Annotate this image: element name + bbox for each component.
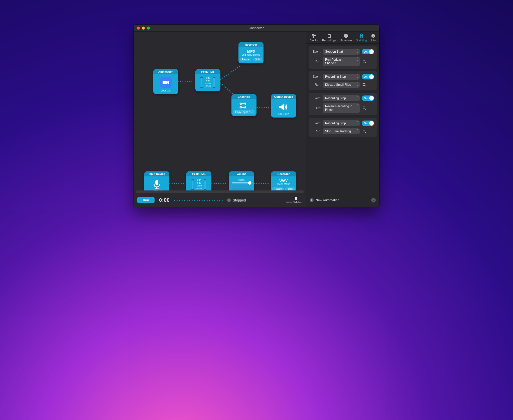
automation-list: Event:Session Start⌃⌄OnRun:Run Podcast S… [306, 44, 379, 193]
chevron-updown-icon: ⌃⌄ [356, 96, 358, 99]
toggle-knob [369, 74, 374, 79]
automation-toggle[interactable]: On [362, 121, 374, 126]
run-select[interactable]: Discard Small Files⌃⌄ [323, 82, 360, 88]
horizontal-scrollbar[interactable] [136, 190, 304, 193]
node-label: zoom.us [155, 89, 177, 92]
run-select[interactable]: Run Podcast Shortcut⌃⌄ [323, 57, 360, 66]
svg-rect-10 [313, 36, 314, 38]
zoom-icon[interactable] [147, 27, 150, 30]
pause-button[interactable]: Pause [240, 58, 251, 61]
node-canvas[interactable]: Application zoom.us Peak/RMS [134, 32, 306, 190]
scale-label: -9dB [205, 79, 211, 82]
scale-label: -36dB [196, 187, 202, 190]
event-label: Event: [311, 122, 323, 125]
preview-button[interactable] [362, 129, 367, 134]
sidebar-tabs: Blocks Recordings Schedule Scripting Inf… [306, 32, 379, 44]
tab-label: Schedule [340, 39, 352, 42]
level-bar [232, 188, 251, 190]
toggle-label: On [364, 97, 367, 100]
run-select[interactable]: Stop Time Tracking⌃⌄ [323, 128, 360, 134]
connector [257, 107, 269, 108]
node-recorder-wav[interactable]: Recorder WAV 16-bit Mono Pause Split [271, 171, 296, 190]
window-controls [137, 27, 150, 30]
event-select[interactable]: Recording Stop⌃⌄ [323, 95, 360, 101]
node-peak-rms-1[interactable]: Peak/RMS -3dB -9dB -18dB -36dB [195, 69, 220, 91]
app-window: Connected [134, 25, 379, 207]
svg-rect-17 [373, 36, 373, 37]
split-button[interactable]: Split [253, 58, 262, 61]
automation-toggle[interactable]: On [362, 74, 374, 79]
svg-rect-7 [295, 197, 297, 200]
hide-sidebar-button[interactable]: Hide Sidebar [286, 197, 302, 204]
scale-label: -18dB [205, 82, 211, 85]
sidebar-footer: + New Automation – [306, 193, 379, 207]
minimize-icon[interactable] [142, 27, 145, 30]
scale-label: -3dB [205, 77, 211, 79]
split-button[interactable]: Split [285, 187, 295, 190]
svg-rect-4 [156, 187, 157, 188]
chevron-updown-icon: ⌃⌄ [356, 57, 358, 61]
pause-button[interactable]: Pause [272, 187, 284, 190]
magnifier-icon [362, 83, 366, 86]
tab-schedule[interactable]: Schedule [340, 34, 352, 42]
automation-card: Event:Session Start⌃⌄OnRun:Run Podcast S… [309, 46, 377, 69]
chevron-updown-icon: ⌃⌄ [356, 74, 358, 78]
speaker-icon [278, 102, 289, 112]
node-input-device[interactable]: Input Device USBPre2 [144, 171, 169, 190]
run-select[interactable]: Reveal Recording in Finder⌃⌄ [323, 103, 360, 113]
sidebar: Blocks Recordings Schedule Scripting Inf… [306, 32, 379, 207]
toggle-knob [369, 49, 374, 54]
automation-toggle[interactable]: On [362, 49, 374, 54]
channel-mode-select[interactable]: Copy Right ⌃⌄ [233, 110, 255, 114]
event-select[interactable]: Session Start⌃⌄ [323, 49, 360, 55]
new-automation-button[interactable]: + New Automation [310, 198, 339, 202]
slider-thumb[interactable] [248, 181, 251, 185]
node-channels[interactable]: Channels Copy Right ⌃⌄ [231, 94, 256, 116]
tab-scripting[interactable]: Scripting [356, 34, 367, 42]
volume-slider[interactable] [232, 182, 251, 183]
scripting-icon [359, 34, 364, 38]
preview-button[interactable] [362, 82, 367, 87]
event-select[interactable]: Recording Stop⌃⌄ [323, 120, 360, 126]
node-header: Peak/RMS [186, 171, 211, 176]
svg-rect-5 [155, 188, 159, 189]
preview-button[interactable] [362, 106, 367, 111]
close-icon[interactable] [137, 27, 140, 30]
automation-toggle[interactable]: On [362, 95, 374, 101]
node-peak-rms-2[interactable]: Peak/RMS -3dB -9dB -18dB -36dB [186, 171, 211, 190]
toggle-label: On [364, 50, 367, 53]
plus-icon: + [310, 198, 314, 202]
blocks-icon [312, 34, 316, 38]
new-automation-label: New Automation [316, 198, 339, 202]
svg-rect-9 [314, 35, 316, 36]
run-button[interactable]: Run [137, 197, 155, 203]
preview-button[interactable] [362, 59, 367, 64]
event-select[interactable]: Recording Stop⌃⌄ [323, 74, 360, 80]
scale-label: -9dB [196, 182, 202, 184]
tab-recordings[interactable]: Recordings [322, 34, 336, 42]
chevron-updown-icon: ⌃⌄ [356, 121, 358, 125]
remove-automation-button[interactable]: – [371, 198, 376, 202]
node-header: Application [153, 69, 178, 74]
level-bar [232, 185, 251, 187]
node-output-device[interactable]: Output Device USBPre2 [271, 94, 296, 118]
tab-blocks[interactable]: Blocks [310, 34, 318, 42]
state-dot-icon [227, 198, 231, 202]
tab-info[interactable]: Info [371, 34, 375, 42]
run-label: Run: [311, 106, 323, 110]
hide-sidebar-label: Hide Sidebar [286, 201, 302, 204]
node-application[interactable]: Application zoom.us [153, 69, 178, 94]
level-meters: -3dB -9dB -18dB -36dB [188, 179, 210, 190]
node-label: USBPre2 [273, 113, 295, 116]
toggle-knob [369, 121, 374, 126]
recorder-format: MP3 [240, 49, 262, 53]
magnifier-icon [362, 60, 366, 63]
node-volume[interactable]: Volume 100% [229, 171, 254, 190]
node-header: Volume [229, 171, 254, 176]
svg-rect-3 [155, 180, 158, 185]
zoom-app-icon [160, 77, 172, 88]
tab-label: Info [371, 39, 375, 42]
svg-rect-18 [373, 35, 373, 35]
node-recorder-mp3[interactable]: Recorder MP3 256 kbps Stereo Pause Split [238, 42, 264, 63]
scale-label: -18dB [196, 184, 202, 187]
